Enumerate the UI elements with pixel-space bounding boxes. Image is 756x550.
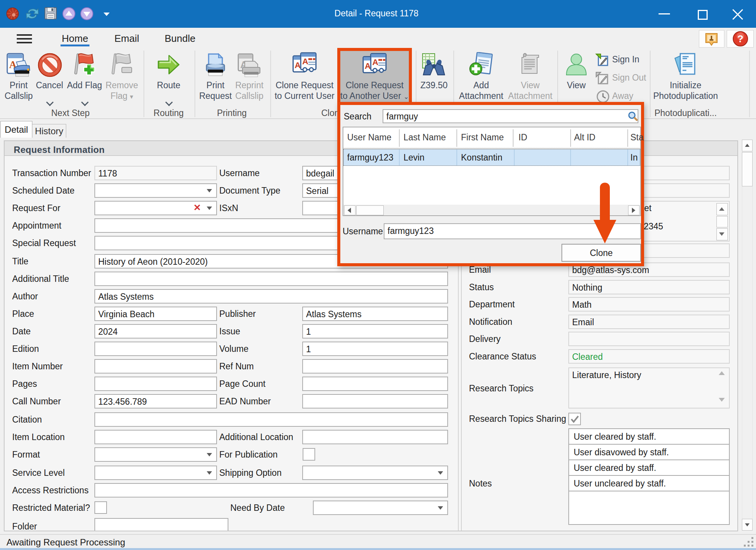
svg-text:A: A: [302, 57, 308, 66]
svg-text:A: A: [295, 60, 301, 70]
svg-text:A: A: [365, 61, 371, 71]
svg-text:A: A: [372, 57, 378, 67]
svg-text:?: ?: [737, 33, 743, 45]
